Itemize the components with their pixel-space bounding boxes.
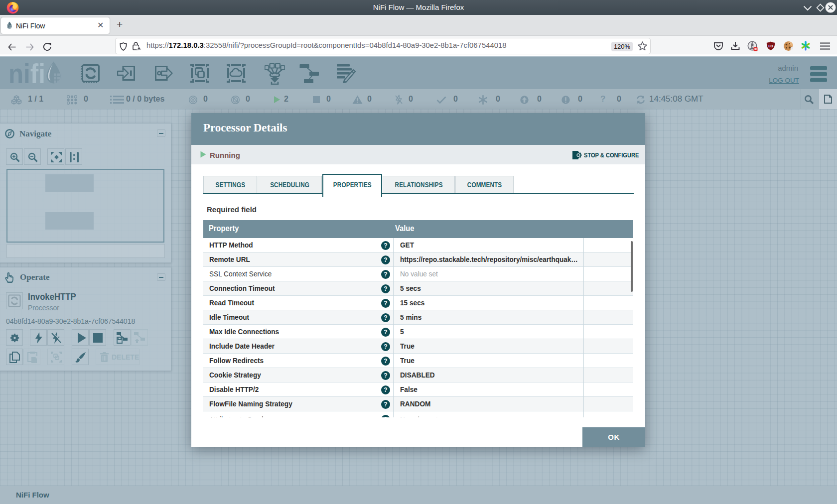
svg-text:uO: uO xyxy=(768,44,773,48)
